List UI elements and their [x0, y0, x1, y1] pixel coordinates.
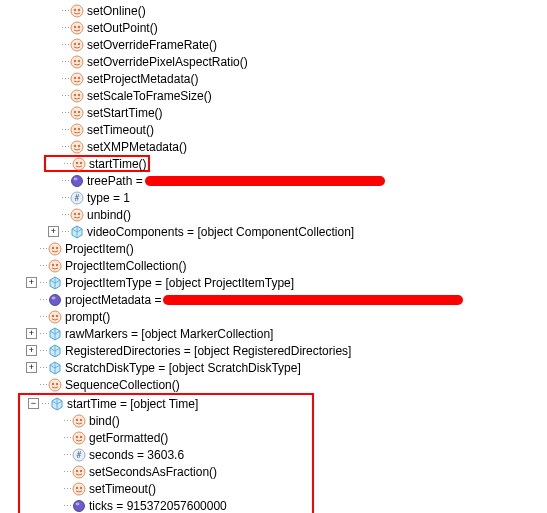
- method-icon: [70, 38, 84, 52]
- method-icon: [70, 140, 84, 154]
- tree-label: setProjectMetadata(): [87, 72, 198, 86]
- tree-item-setXMPMetadata[interactable]: ⋯setXMPMetadata(): [44, 138, 547, 155]
- tree-item-ProjectItem[interactable]: ⋯ProjectItem(): [22, 240, 547, 257]
- tree-label: setOverrideFrameRate(): [87, 38, 217, 52]
- tree-label: SequenceCollection(): [65, 378, 180, 392]
- tree-label: ProjectItemType = [object ProjectItemTyp…: [65, 276, 294, 290]
- tree-label: setOverridePixelAspectRatio(): [87, 55, 248, 69]
- tree-item-setOverrideFrameRate[interactable]: ⋯setOverrideFrameRate(): [44, 36, 547, 53]
- tree-label: prompt(): [65, 310, 110, 324]
- method-icon: [70, 4, 84, 18]
- tree-item-rawMarkers[interactable]: +⋯rawMarkers = [object MarkerCollection]: [22, 325, 547, 342]
- method-icon: [72, 414, 86, 428]
- sphere-icon: [72, 499, 86, 513]
- tree-item-prompt[interactable]: ⋯prompt(): [22, 308, 547, 325]
- expand-toggle[interactable]: +: [48, 226, 59, 237]
- method-icon: [70, 123, 84, 137]
- tree-item-setScaleToFrameSize[interactable]: ⋯setScaleToFrameSize(): [44, 87, 547, 104]
- tree-item-ProjectItemType[interactable]: +⋯ProjectItemType = [object ProjectItemT…: [22, 274, 547, 291]
- tree-item-SequenceCollection[interactable]: ⋯SequenceCollection(): [22, 376, 547, 393]
- tree-label: setTimeout(): [89, 482, 156, 496]
- tree-item-videoComponents[interactable]: +⋯videoComponents = [object ComponentCol…: [44, 223, 547, 240]
- tree-item-setStartTime[interactable]: ⋯setStartTime(): [44, 104, 547, 121]
- tree-item-setProjectMetadata[interactable]: ⋯setProjectMetadata(): [44, 70, 547, 87]
- tree-item-startTime-method[interactable]: ⋯startTime(): [44, 155, 150, 172]
- method-icon: [72, 431, 86, 445]
- object-icon: [48, 276, 62, 290]
- tree-item-setTimeout2[interactable]: ⋯setTimeout(): [46, 480, 312, 497]
- tree-item-ProjectItemCollection[interactable]: ⋯ProjectItemCollection(): [22, 257, 547, 274]
- method-icon: [72, 465, 86, 479]
- expand-toggle[interactable]: +: [26, 362, 37, 373]
- tree-label: ProjectItem(): [65, 242, 134, 256]
- method-icon: [72, 157, 86, 171]
- tree-label: ScratchDiskType = [object ScratchDiskTyp…: [65, 361, 301, 375]
- object-icon: [50, 397, 64, 411]
- tree-label: setOnline(): [87, 4, 146, 18]
- tree-item-setTimeout[interactable]: ⋯setTimeout(): [44, 121, 547, 138]
- method-icon: [70, 72, 84, 86]
- tree-root: ⋯setOnline() ⋯setOutPoint() ⋯setOverride…: [0, 2, 547, 513]
- tree-item-treePath[interactable]: ⋯treePath =: [44, 172, 547, 189]
- method-icon: [70, 208, 84, 222]
- object-icon: [48, 361, 62, 375]
- tree-label: setXMPMetadata(): [87, 140, 187, 154]
- tree-label: getFormatted(): [89, 431, 168, 445]
- tree-item-seconds[interactable]: ⋯seconds = 3603.6: [46, 446, 312, 463]
- tree-item-setOverridePixelAspectRatio[interactable]: ⋯setOverridePixelAspectRatio(): [44, 53, 547, 70]
- object-icon: [70, 225, 84, 239]
- method-icon: [70, 89, 84, 103]
- tree-item-RegisteredDirectories[interactable]: +⋯RegisteredDirectories = [object Regist…: [22, 342, 547, 359]
- tree-label: type = 1: [87, 191, 130, 205]
- sphere-icon: [48, 293, 62, 307]
- tree-label: ticks = 915372057600000: [89, 499, 227, 513]
- expand-toggle[interactable]: +: [26, 345, 37, 356]
- expand-toggle[interactable]: +: [26, 277, 37, 288]
- method-icon: [72, 482, 86, 496]
- tree-label: startTime = [object Time]: [67, 397, 198, 411]
- tree-label: videoComponents = [object ComponentColle…: [87, 225, 354, 239]
- tree-item-type[interactable]: ⋯type = 1: [44, 189, 547, 206]
- tree-label: ProjectItemCollection(): [65, 259, 186, 273]
- tree-item-setOnline[interactable]: ⋯setOnline(): [44, 2, 547, 19]
- expand-toggle[interactable]: +: [26, 328, 37, 339]
- tree-item-projectMetadata[interactable]: ⋯projectMetadata =: [22, 291, 547, 308]
- tree-label: treePath =: [87, 174, 143, 188]
- sphere-icon: [70, 174, 84, 188]
- tree-label: RegisteredDirectories = [object Register…: [65, 344, 351, 358]
- value-icon: [72, 448, 86, 462]
- tree-item-startTime-object[interactable]: −⋯startTime = [object Time]: [24, 395, 312, 412]
- method-icon: [48, 242, 62, 256]
- tree-item-bind[interactable]: ⋯bind(): [46, 412, 312, 429]
- collapse-toggle[interactable]: −: [28, 398, 39, 409]
- value-icon: [70, 191, 84, 205]
- tree-label: setScaleToFrameSize(): [87, 89, 212, 103]
- tree-label: setTimeout(): [87, 123, 154, 137]
- tree-label: seconds = 3603.6: [89, 448, 184, 462]
- tree-label: rawMarkers = [object MarkerCollection]: [65, 327, 273, 341]
- method-icon: [70, 55, 84, 69]
- tree-label: setStartTime(): [87, 106, 163, 120]
- tree-label: setSecondsAsFraction(): [89, 465, 217, 479]
- method-icon: [48, 259, 62, 273]
- tree-item-ticks[interactable]: ⋯ticks = 915372057600000: [46, 497, 312, 513]
- method-icon: [48, 310, 62, 324]
- tree-item-setSecondsAsFraction[interactable]: ⋯setSecondsAsFraction(): [46, 463, 312, 480]
- tree-label: setOutPoint(): [87, 21, 158, 35]
- redaction-bar: [145, 176, 385, 186]
- tree-item-setOutPoint[interactable]: ⋯setOutPoint(): [44, 19, 547, 36]
- tree-label: unbind(): [87, 208, 131, 222]
- tree-label: startTime(): [89, 157, 147, 171]
- tree-item-unbind[interactable]: ⋯unbind(): [44, 206, 547, 223]
- tree-item-getFormatted[interactable]: ⋯getFormatted(): [46, 429, 312, 446]
- redaction-bar: [163, 295, 463, 305]
- object-icon: [48, 327, 62, 341]
- method-icon: [70, 21, 84, 35]
- method-icon: [48, 378, 62, 392]
- method-icon: [70, 106, 84, 120]
- tree-label: projectMetadata =: [65, 293, 161, 307]
- tree-label: bind(): [89, 414, 120, 428]
- highlighted-group: −⋯startTime = [object Time] ⋯bind() ⋯get…: [18, 393, 314, 513]
- tree-item-ScratchDiskType[interactable]: +⋯ScratchDiskType = [object ScratchDiskT…: [22, 359, 547, 376]
- object-icon: [48, 344, 62, 358]
